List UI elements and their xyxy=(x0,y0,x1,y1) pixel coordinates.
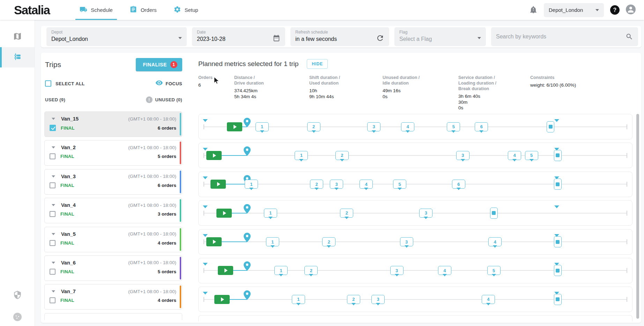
trip-end-marker[interactable] xyxy=(554,236,562,247)
chevron-down-icon[interactable] xyxy=(52,290,55,292)
side-rail xyxy=(0,20,35,326)
stop-time-indicator xyxy=(327,245,331,248)
stop-time-indicator xyxy=(376,303,380,305)
refresh-icon[interactable] xyxy=(376,34,384,42)
date-filter-label: Date xyxy=(197,30,225,35)
stop-time-indicator xyxy=(296,303,301,305)
trip-start-block[interactable] xyxy=(216,209,232,218)
unused-group: ! UNUSED (0) xyxy=(146,96,182,103)
search-input[interactable] xyxy=(496,34,626,40)
van-trip-card[interactable]: Van_4 (GMT+1 08:00 - 18:00) FINAL 3 orde… xyxy=(44,198,182,223)
rail-item-map[interactable] xyxy=(0,27,35,47)
van-checkbox[interactable] xyxy=(50,153,55,159)
shift-start-indicator xyxy=(203,292,208,295)
trip-end-marker[interactable] xyxy=(554,265,562,276)
help-icon[interactable]: ? xyxy=(610,5,620,15)
van-trip-card[interactable]: Van_7 (GMT+1 08:00 - 18:00) FINAL 4 orde… xyxy=(44,284,182,310)
chevron-down-icon[interactable] xyxy=(52,118,55,120)
metrics-title: Planned metrics selected for 1 trip xyxy=(198,60,298,68)
select-all-label: SELECT ALL xyxy=(55,81,85,86)
rail-item-cookie-settings[interactable] xyxy=(0,309,35,326)
rail-item-security[interactable] xyxy=(0,285,35,306)
van-order-count: 3 orders xyxy=(158,211,176,217)
timeline-row: 123456 xyxy=(198,114,632,139)
stop-time-indicator xyxy=(443,274,447,276)
chevron-down-icon[interactable] xyxy=(52,204,55,206)
user-avatar[interactable] xyxy=(626,5,636,16)
tab-setup[interactable]: Setup xyxy=(165,0,207,20)
van-trip-card[interactable]: Van_2 (GMT+1 08:00 - 18:00) FINAL 5 orde… xyxy=(44,140,182,166)
metric-values: 49m 16s0s xyxy=(383,88,458,100)
satalia-logo[interactable]: Satalia xyxy=(14,3,50,17)
depot-filter[interactable]: Depot Depot_London xyxy=(46,27,187,46)
depot-selector-value: Depot_London xyxy=(549,7,583,13)
search-icon[interactable] xyxy=(626,33,633,41)
metric-column: Unused duration /Idle duration 49m 16s0s xyxy=(383,75,458,111)
metric-label: Orders xyxy=(198,75,234,80)
chevron-down-icon[interactable] xyxy=(52,175,55,178)
shift-end-indicator xyxy=(554,176,559,179)
main-nav: Schedule Orders Setup xyxy=(71,0,207,20)
focus-toggle[interactable]: FOCUS xyxy=(155,79,183,88)
van-checkbox[interactable] xyxy=(50,125,56,131)
chevron-down-icon[interactable] xyxy=(52,233,55,235)
finalise-button[interactable]: FINALISE 1 xyxy=(136,58,182,71)
notification-bell-icon[interactable] xyxy=(529,5,538,15)
tab-schedule[interactable]: Schedule xyxy=(71,0,121,20)
trips-title: Trips xyxy=(45,60,61,69)
trip-end-marker[interactable] xyxy=(554,150,562,161)
timeline-end-tick xyxy=(627,153,627,158)
shift-start-indicator xyxy=(203,176,208,179)
van-checkbox[interactable] xyxy=(50,211,55,217)
rail-item-schedule-timeline[interactable] xyxy=(0,47,35,67)
trip-start-block[interactable] xyxy=(227,122,242,131)
trip-end-marker[interactable] xyxy=(554,179,562,190)
trip-start-block[interactable] xyxy=(214,295,230,304)
van-name: Van_7 xyxy=(61,289,76,294)
van-checkbox[interactable] xyxy=(50,240,55,246)
van-trip-card[interactable]: Van_15 (GMT+1 08:00 - 18:00) FINAL 6 ord… xyxy=(44,111,182,137)
trip-end-marker[interactable] xyxy=(554,294,562,305)
tab-orders[interactable]: Orders xyxy=(121,0,165,20)
timeline-end-tick xyxy=(627,182,627,187)
stop-time-indicator xyxy=(249,188,253,190)
timeline-scrollbar[interactable] xyxy=(636,114,639,319)
flag-filter[interactable]: Flag Select a Flag xyxy=(394,27,486,46)
chevron-down-icon[interactable] xyxy=(52,146,55,148)
van-name: Van_4 xyxy=(61,202,76,208)
date-filter[interactable]: Date 2023-10-28 xyxy=(192,27,285,46)
trip-start-block[interactable] xyxy=(210,180,226,189)
stop-time-indicator xyxy=(279,274,283,276)
trip-start-block[interactable] xyxy=(206,237,222,246)
van-trip-card[interactable]: Van_3 (GMT+1 08:00 - 18:00) FINAL 6 orde… xyxy=(44,169,182,195)
trip-end-marker[interactable] xyxy=(547,121,554,132)
van-shift-time: (GMT+1 08:00 - 18:00) xyxy=(128,174,176,179)
metric-column: Service duration /Loading duration /Brea… xyxy=(458,75,530,111)
trip-end-marker[interactable] xyxy=(490,208,498,219)
filter-bar: Depot Depot_London Date 2023-10-28 Refre… xyxy=(41,26,641,48)
van-status-badge: FINAL xyxy=(60,183,74,188)
timeline-axis xyxy=(203,184,627,184)
van-trip-card[interactable]: Van_5 (GMT+1 08:00 - 18:00) FINAL 4 orde… xyxy=(44,227,182,252)
van-trip-card[interactable]: Van_6 (GMT+1 08:00 - 18:00) FINAL 5 orde… xyxy=(44,255,182,281)
trip-start-block[interactable] xyxy=(206,151,222,160)
chevron-down-icon[interactable] xyxy=(52,262,55,264)
timeline-start-tick xyxy=(203,153,204,158)
depot-selector[interactable]: Depot_London xyxy=(544,3,604,17)
van-name: Van_3 xyxy=(61,174,76,179)
depot-pin-icon xyxy=(244,261,251,272)
van-checkbox[interactable] xyxy=(50,269,55,275)
shift-end-indicator xyxy=(554,148,559,151)
hide-metrics-button[interactable]: HIDE xyxy=(307,59,328,69)
trip-start-block[interactable] xyxy=(218,266,233,275)
van-checkbox[interactable] xyxy=(50,182,55,188)
tab-schedule-label: Schedule xyxy=(91,7,113,13)
stop-time-indicator xyxy=(512,159,517,161)
flag-filter-placeholder: Select a Flag xyxy=(399,35,432,43)
search-field[interactable] xyxy=(491,27,638,46)
metric-values: 374.425km5h 34m 4s xyxy=(234,88,309,100)
select-all-checkbox[interactable] xyxy=(45,80,51,87)
metric-values: weight: 6/100 (6.00%) xyxy=(530,82,576,88)
stop-time-indicator xyxy=(492,274,496,276)
van-checkbox[interactable] xyxy=(50,297,55,303)
